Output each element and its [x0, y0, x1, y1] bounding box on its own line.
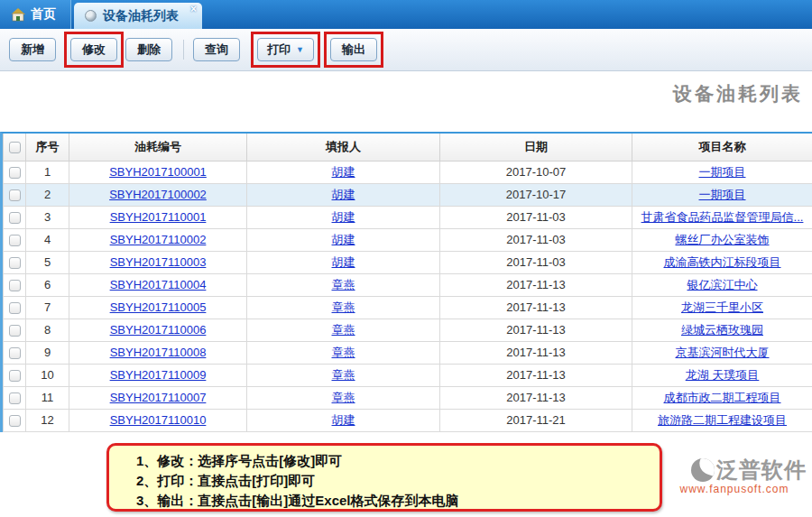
add-button[interactable]: 新增 [9, 38, 56, 61]
row-date: 2017-11-13 [440, 319, 632, 341]
reporter-link[interactable]: 章燕 [332, 368, 355, 382]
fuel-code-link[interactable]: SBYH2017100002 [109, 188, 207, 201]
select-all-checkbox[interactable] [9, 142, 21, 153]
row-checkbox-cell [4, 319, 26, 341]
row-code-cell: SBYH2017110007 [69, 386, 247, 409]
fuel-code-link[interactable]: SBYH2017110003 [110, 255, 207, 269]
col-header-reporter: 填报人 [247, 134, 440, 161]
fuel-code-link[interactable]: SBYH2017110004 [110, 278, 207, 291]
row-code-cell: SBYH2017110008 [69, 341, 247, 364]
row-checkbox[interactable] [9, 167, 21, 179]
row-checkbox[interactable] [9, 370, 21, 382]
reporter-link[interactable]: 章燕 [332, 323, 355, 337]
tab-home-label: 首页 [31, 6, 56, 23]
row-checkbox-cell [4, 183, 26, 206]
row-checkbox[interactable] [9, 392, 21, 404]
project-link[interactable]: 成渝高铁内江标段项目 [664, 255, 781, 269]
fuel-code-link[interactable]: SBYH2017110001 [110, 210, 207, 224]
table-row: 7 SBYH2017110005 章燕 2017-11-13 龙湖三千里小区 [4, 296, 812, 319]
table-row: 9 SBYH2017110008 章燕 2017-11-13 京基滨河时代大厦 [4, 341, 812, 364]
row-reporter-cell: 胡建 [247, 206, 440, 228]
row-seq: 3 [26, 206, 69, 228]
table-row: 5 SBYH2017110003 胡建 2017-11-03 成渝高铁内江标段项… [4, 251, 812, 273]
reporter-link[interactable]: 章燕 [332, 278, 355, 291]
row-checkbox[interactable] [9, 347, 21, 359]
brand-name: 泛普软件 [716, 456, 807, 485]
note-line-print: 2、打印：直接点击[打印]即可 [136, 471, 660, 491]
row-project-cell: 龙湖 天璞项目 [632, 364, 812, 386]
project-link[interactable]: 甘肃省食品药品监督管理局信... [641, 210, 804, 224]
reporter-link[interactable]: 章燕 [332, 300, 355, 314]
row-checkbox-cell [4, 341, 26, 364]
sphere-icon [85, 10, 97, 22]
row-date: 2017-11-13 [440, 296, 632, 319]
row-checkbox-cell [4, 161, 26, 183]
row-date: 2017-10-17 [440, 183, 632, 206]
row-reporter-cell: 章燕 [247, 296, 440, 319]
row-date: 2017-11-13 [440, 341, 632, 364]
fuel-code-link[interactable]: SBYH2017110008 [110, 346, 207, 359]
reporter-link[interactable]: 胡建 [332, 255, 355, 269]
row-code-cell: SBYH2017110004 [69, 273, 247, 296]
project-link[interactable]: 京基滨河时代大厦 [676, 346, 770, 359]
project-link[interactable]: 旅游路二期工程建设项目 [658, 413, 787, 427]
project-link[interactable]: 绿城云栖玫瑰园 [681, 323, 763, 337]
row-checkbox[interactable] [9, 212, 21, 224]
chevron-down-icon: ▼ [296, 46, 304, 54]
row-project-cell: 成渝高铁内江标段项目 [632, 251, 812, 273]
project-link[interactable]: 龙湖 天璞项目 [686, 368, 760, 382]
fuel-code-link[interactable]: SBYH2017110005 [110, 300, 207, 314]
fuel-code-link[interactable]: SBYH2017110010 [110, 413, 207, 427]
export-button[interactable]: 输出 [330, 38, 377, 61]
reporter-link[interactable]: 胡建 [332, 165, 355, 179]
row-project-cell: 京基滨河时代大厦 [632, 341, 812, 364]
print-button[interactable]: 打印 ▼ [257, 38, 314, 61]
tab-fuel-list[interactable]: 设备油耗列表 × [74, 3, 202, 29]
close-icon[interactable]: × [190, 4, 197, 14]
project-link[interactable]: 一期项目 [699, 188, 746, 201]
row-checkbox[interactable] [9, 189, 21, 201]
row-checkbox[interactable] [9, 280, 21, 291]
reporter-link[interactable]: 胡建 [332, 188, 355, 201]
row-checkbox[interactable] [9, 302, 21, 314]
row-checkbox[interactable] [9, 325, 21, 337]
table-row: 4 SBYH2017110002 胡建 2017-11-03 螺丝厂办公室装饰 [4, 228, 812, 251]
row-project-cell: 一期项目 [632, 161, 812, 183]
query-button[interactable]: 查询 [193, 38, 240, 61]
project-link[interactable]: 成都市政二期工程项目 [664, 391, 781, 404]
fanpu-logo-icon [691, 458, 715, 482]
reporter-link[interactable]: 胡建 [332, 413, 355, 427]
col-header-seq: 序号 [26, 134, 69, 161]
row-reporter-cell: 胡建 [247, 409, 440, 431]
row-code-cell: SBYH2017110010 [69, 409, 247, 431]
row-checkbox[interactable] [9, 415, 21, 427]
brand-footer: 泛普软件 www.fanpusoft.com [662, 456, 807, 495]
fuel-code-link[interactable]: SBYH2017110007 [110, 391, 207, 404]
reporter-link[interactable]: 胡建 [332, 233, 355, 246]
tab-fuel-list-label: 设备油耗列表 [103, 8, 179, 24]
fuel-code-link[interactable]: SBYH2017110006 [110, 323, 207, 337]
project-link[interactable]: 银亿滨江中心 [687, 278, 758, 291]
fuel-code-link[interactable]: SBYH2017110009 [110, 368, 207, 382]
reporter-link[interactable]: 章燕 [332, 346, 355, 359]
delete-button[interactable]: 删除 [125, 38, 172, 61]
fuel-code-link[interactable]: SBYH2017100001 [109, 165, 207, 179]
project-link[interactable]: 一期项目 [699, 165, 746, 179]
reporter-link[interactable]: 胡建 [332, 210, 355, 224]
row-checkbox-cell [4, 386, 26, 409]
row-checkbox[interactable] [9, 257, 21, 269]
reporter-link[interactable]: 章燕 [332, 391, 355, 404]
row-reporter-cell: 章燕 [247, 273, 440, 296]
row-seq: 11 [26, 386, 69, 409]
tab-home[interactable]: 首页 [0, 0, 71, 29]
row-seq: 8 [26, 319, 69, 341]
project-link[interactable]: 龙湖三千里小区 [681, 300, 763, 314]
row-code-cell: SBYH2017110001 [69, 206, 247, 228]
row-date: 2017-11-21 [440, 409, 632, 431]
row-code-cell: SBYH2017110009 [69, 364, 247, 386]
modify-button[interactable]: 修改 [70, 38, 117, 61]
row-checkbox[interactable] [9, 235, 21, 246]
project-link[interactable]: 螺丝厂办公室装饰 [676, 233, 770, 246]
fuel-code-link[interactable]: SBYH2017110002 [110, 233, 207, 246]
instruction-callout: 1、修改：选择序号点击[修改]即可 2、打印：直接点击[打印]即可 3、输出：直… [106, 443, 662, 512]
